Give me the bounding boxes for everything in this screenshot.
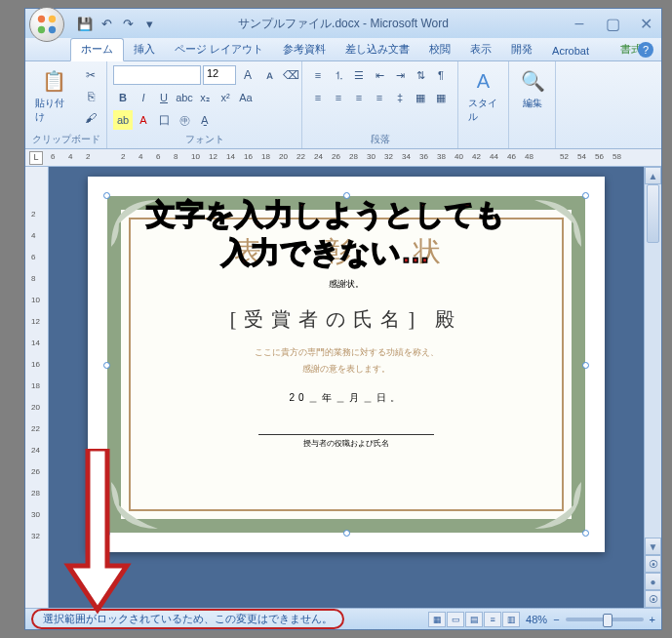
scroll-up-button[interactable]: ▲ [645,167,661,184]
save-icon[interactable]: 💾 [76,15,94,32]
zoom-level[interactable]: 48% [526,614,547,625]
selection-handle[interactable] [582,530,589,537]
font-name-dropdown[interactable] [113,65,201,85]
tab-developer[interactable]: 開発 [501,39,542,60]
sort-button[interactable]: ⇅ [411,65,430,85]
zoom-out-button[interactable]: − [553,614,559,625]
svg-point-3 [49,26,56,33]
tab-home[interactable]: ホーム [70,38,124,61]
redo-icon[interactable]: ↷ [119,15,137,32]
phonetic-guide-button[interactable]: A̱ [195,110,215,130]
subscript-button[interactable]: x₂ [195,88,215,107]
group-styles-label [464,134,502,146]
tab-insert[interactable]: 挿入 [124,39,165,60]
numbering-button[interactable]: ⒈ [329,65,348,85]
qat-dropdown-icon[interactable]: ▾ [140,15,158,32]
horizontal-ruler[interactable]: L 64224681012141618202224262830323436384… [25,149,661,167]
tab-view[interactable]: 表示 [460,39,501,60]
close-button[interactable]: ✕ [636,15,655,32]
outline-view[interactable]: ≡ [484,612,501,627]
group-paragraph: ≡ ⒈ ☰ ⇤ ⇥ ⇅ ¶ ≡ ≡ ≡ ≡ ‡ ▦ ▦ 段落 [302,61,458,148]
print-layout-view[interactable]: ▦ [428,612,446,627]
signature-line [258,434,434,435]
copy-icon[interactable]: ⎘ [81,87,100,106]
selection-handle[interactable] [582,362,589,369]
strikethrough-button[interactable]: abc [175,88,194,107]
clear-format-icon[interactable]: ⌫ [281,65,300,85]
grow-font-icon[interactable]: A [238,65,257,85]
app-window: 💾 ↶ ↷ ▾ サンプルファイル.docx - Microsoft Word –… [24,8,662,630]
tab-review[interactable]: 校閲 [419,39,460,60]
selection-handle[interactable] [103,362,110,369]
web-layout-view[interactable]: ▤ [465,612,483,627]
view-buttons: ▦ ▭ ▤ ≡ ▥ [428,612,520,627]
selection-handle[interactable] [103,530,110,537]
office-button[interactable] [29,7,64,42]
borders-button[interactable]: ▦ [431,88,451,107]
zoom-slider[interactable] [566,618,644,621]
vertical-scrollbar[interactable]: ▲ ▼ ⦿ ● ⦿ [644,167,661,608]
cut-icon[interactable]: ✂ [81,65,100,85]
styles-button[interactable]: A スタイル [464,65,502,126]
font-color-button[interactable]: A [134,110,153,130]
align-right-button[interactable]: ≡ [349,88,369,107]
svg-point-1 [49,16,56,22]
scroll-thumb[interactable] [647,184,659,243]
shading-button[interactable]: ▦ [411,88,430,107]
superscript-button[interactable]: x² [216,88,235,107]
multilevel-button[interactable]: ☰ [349,65,369,85]
tab-mailings[interactable]: 差し込み文書 [336,39,419,60]
justify-button[interactable]: ≡ [370,88,389,107]
tab-selector[interactable]: L [29,151,43,165]
enclose-char-button[interactable]: ㊥ [175,110,194,130]
undo-icon[interactable]: ↶ [98,15,115,32]
certificate-date: 20＿年＿月＿日。 [289,391,403,405]
scroll-track[interactable] [645,184,661,538]
maximize-button[interactable]: ▢ [603,15,622,32]
help-icon[interactable]: ? [638,42,653,58]
align-center-button[interactable]: ≡ [329,88,348,107]
format-painter-icon[interactable]: 🖌 [81,108,100,128]
decrease-indent-button[interactable]: ⇤ [370,65,389,85]
paste-button[interactable]: 📋 貼り付け [31,65,77,126]
char-border-button[interactable]: 囗 [154,110,174,130]
selection-handle[interactable] [103,192,110,199]
change-case-button[interactable]: Aa [236,88,256,107]
highlight-button[interactable]: ab [113,110,133,130]
italic-button[interactable]: I [134,88,153,107]
prev-page-button[interactable]: ⦿ [645,555,661,573]
editing-button[interactable]: 🔍 編集 [515,65,550,112]
line-spacing-button[interactable]: ‡ [390,88,410,107]
tab-page-layout[interactable]: ページ レイアウト [165,39,273,60]
selection-handle[interactable] [343,192,350,199]
styles-icon: A [470,67,497,95]
minimize-button[interactable]: – [570,15,589,32]
align-left-button[interactable]: ≡ [308,88,328,107]
status-message: 選択範囲がロックされているため、この変更はできません。 [31,609,344,629]
font-size-dropdown[interactable]: 12 [203,65,236,85]
selection-handle[interactable] [343,530,350,537]
certificate-subtitle: 感謝状。 [329,278,364,291]
show-marks-button[interactable]: ¶ [431,65,451,85]
window-title: サンプルファイル.docx - Microsoft Word [238,16,449,32]
bold-button[interactable]: B [113,88,133,107]
shrink-font-icon[interactable]: ᴀ [259,65,279,85]
full-screen-view[interactable]: ▭ [447,612,464,627]
vertical-ruler[interactable]: 2468101214161820222426283032 [25,167,49,608]
next-page-button[interactable]: ⦿ [645,590,661,608]
group-clipboard-label: クリップボード [31,131,100,146]
ribbon-tabs: ホーム 挿入 ページ レイアウト 参考資料 差し込み文書 校閲 表示 開発 Ac… [25,38,661,61]
draft-view[interactable]: ▥ [502,612,520,627]
selection-handle[interactable] [582,192,589,199]
document-canvas[interactable]: 表 彰 状 感謝状。 [受賞者の氏名] 殿 ここに貴方の専門的業務に対する功績を… [49,167,644,608]
increase-indent-button[interactable]: ⇥ [390,65,410,85]
scroll-down-button[interactable]: ▼ [645,538,661,555]
bullets-button[interactable]: ≡ [308,65,328,85]
browse-object-button[interactable]: ● [645,573,661,590]
find-icon: 🔍 [519,67,546,95]
tab-references[interactable]: 参考資料 [273,39,336,60]
tab-acrobat[interactable]: Acrobat [542,42,599,60]
group-styles: A スタイル [458,61,509,148]
zoom-in-button[interactable]: + [650,614,655,625]
underline-button[interactable]: U [154,88,174,107]
